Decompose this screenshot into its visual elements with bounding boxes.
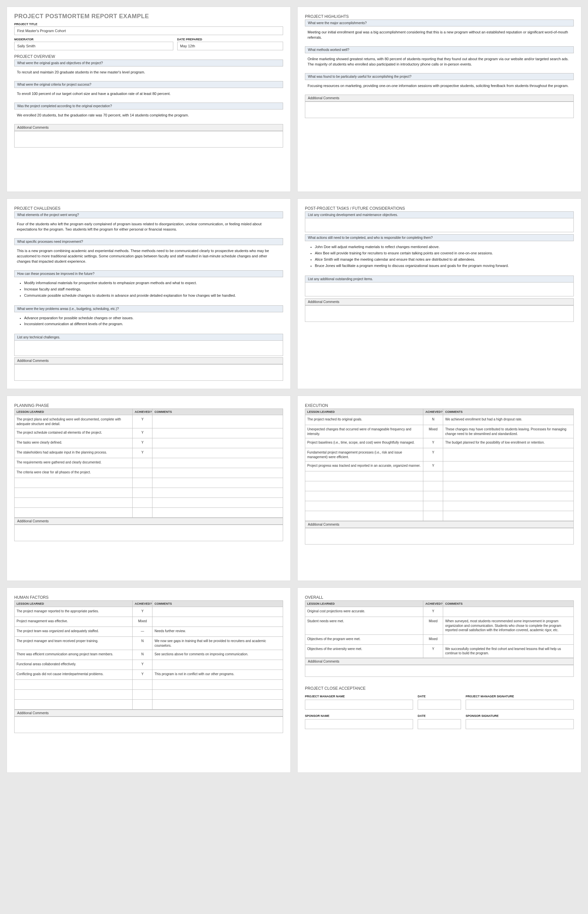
cell-blank[interactable] <box>423 481 443 491</box>
question-body[interactable]: Meeting our initial enrollment goal was … <box>305 26 574 45</box>
addcom-box-planning[interactable] <box>14 525 283 541</box>
cell-blank[interactable] <box>443 511 574 521</box>
question-body[interactable] <box>305 218 574 232</box>
signature-row: PROJECT MANAGER NAMEDATEPROJECT MANAGER … <box>305 695 574 710</box>
card-human: HUMAN FACTORS LESSON LEARNEDACHIEVED?COM… <box>6 587 291 773</box>
question-body[interactable]: To recruit and maintain 20 graduate stud… <box>14 66 283 80</box>
cell-blank[interactable] <box>443 501 574 511</box>
cell-blank[interactable] <box>152 680 283 690</box>
cell-blank[interactable] <box>152 690 283 700</box>
addcom-box-overall[interactable] <box>305 665 574 677</box>
question-body[interactable]: Advance preparation for possible schedul… <box>14 312 283 333</box>
cell-blank[interactable] <box>132 680 152 690</box>
lessons-table: LESSON LEARNEDACHIEVED?COMMENTSThe proje… <box>14 409 283 518</box>
cell-blank[interactable] <box>443 471 574 481</box>
cell-blank[interactable] <box>423 511 443 521</box>
question-body[interactable]: Four of the students who left the progra… <box>14 218 283 237</box>
cell-comments: The budget planned for the possibility o… <box>443 438 574 448</box>
table-row-blank <box>305 501 574 511</box>
signature-field[interactable] <box>466 719 574 729</box>
question-header: What were the key problems areas (i.e., … <box>14 305 283 312</box>
cell-blank[interactable] <box>15 700 132 710</box>
question-body[interactable]: Focusing resources on marketing, providi… <box>305 80 574 93</box>
question-body[interactable]: To enroll 100 percent of our target coho… <box>14 88 283 101</box>
list-item: Increase faculty and staff meetings. <box>24 287 280 292</box>
question-body[interactable]: We enrolled 20 students, but the graduat… <box>14 110 283 123</box>
cell-blank[interactable] <box>305 501 423 511</box>
cell-blank[interactable] <box>15 488 132 498</box>
table-row-blank <box>305 511 574 521</box>
question-header: Was the project completed according to t… <box>14 102 283 110</box>
cell-blank[interactable] <box>305 511 423 521</box>
cell-blank[interactable] <box>15 498 132 508</box>
cell-blank[interactable] <box>132 508 152 518</box>
cell-lesson: The project plans and scheduling were we… <box>15 415 132 429</box>
field-date-prepared[interactable]: May 12th <box>177 42 283 50</box>
question-body[interactable]: Modify informational materials for prosp… <box>14 277 283 304</box>
addcom-box-posttasks[interactable] <box>305 305 574 322</box>
signature-field[interactable] <box>466 700 574 710</box>
section-title-highlights: PROJECT HIGHLIGHTS <box>305 14 574 19</box>
cell-lesson: The project manager and team received pr… <box>15 637 132 650</box>
table-row: There was efficient communication among … <box>15 650 283 660</box>
table-row: Fundamental project management processes… <box>305 448 574 461</box>
card-posttasks: POST-PROJECT TASKS / FUTURE CONSIDERATIO… <box>297 199 582 389</box>
signature-label: SPONSOR NAME <box>305 714 413 718</box>
cell-blank[interactable] <box>423 471 443 481</box>
cell-blank[interactable] <box>132 488 152 498</box>
cell-achieved: Y <box>423 448 443 461</box>
question-body[interactable]: John Doe will adjust marketing materials… <box>305 241 574 274</box>
addcom-box-challenges[interactable] <box>14 364 283 381</box>
cell-blank[interactable] <box>152 488 283 498</box>
table-row: The criteria were clear for all phases o… <box>15 468 283 478</box>
question-body[interactable] <box>305 283 574 296</box>
table-row: Project progress was tracked and reporte… <box>305 461 574 471</box>
field-moderator[interactable]: Sally Smith <box>14 42 173 50</box>
cell-blank[interactable] <box>443 481 574 491</box>
cell-blank[interactable] <box>15 508 132 518</box>
cell-comments <box>152 660 283 670</box>
question-body[interactable] <box>14 341 283 356</box>
field-project-title[interactable]: First Master's Program Cohort <box>14 26 283 35</box>
cell-achieved: Mixed <box>132 617 152 627</box>
question-header: What specific processes need improvement… <box>14 238 283 245</box>
list-item: Modify informational materials for prosp… <box>24 280 280 286</box>
cell-blank[interactable] <box>15 680 132 690</box>
cell-blank[interactable] <box>443 491 574 501</box>
cell-blank[interactable] <box>305 491 423 501</box>
addcom-box-overview[interactable] <box>14 131 283 147</box>
signature-field[interactable] <box>418 700 461 710</box>
cell-blank[interactable] <box>132 498 152 508</box>
question-body[interactable]: This is a new program combining academic… <box>14 245 283 269</box>
signature-field[interactable] <box>305 719 413 729</box>
signature-field[interactable] <box>305 700 413 710</box>
cell-blank[interactable] <box>305 471 423 481</box>
cell-blank[interactable] <box>15 690 132 700</box>
signature-field[interactable] <box>418 719 461 729</box>
cell-blank[interactable] <box>152 478 283 488</box>
lessons-table: LESSON LEARNEDACHIEVED?COMMENTSThe proje… <box>305 409 574 521</box>
cell-blank[interactable] <box>152 498 283 508</box>
cell-blank[interactable] <box>152 508 283 518</box>
table-row: The project schedule contained all eleme… <box>15 429 283 438</box>
cell-blank[interactable] <box>423 501 443 511</box>
cell-comments <box>152 617 283 627</box>
cell-blank[interactable] <box>132 690 152 700</box>
lessons-table: LESSON LEARNEDACHIEVED?COMMENTSThe proje… <box>14 600 283 710</box>
addcom-box-human[interactable] <box>14 717 283 733</box>
cell-comments: These changes may have contributed to st… <box>443 425 574 438</box>
question-body[interactable]: Online marketing showed greatest returns… <box>305 53 574 72</box>
addcom-box-highlights[interactable] <box>305 102 574 118</box>
cell-comments: When surveyed, most students recommended… <box>443 617 574 635</box>
cell-blank[interactable] <box>15 478 132 488</box>
table-row: Project baselines (i.e., time, scope, an… <box>305 438 574 448</box>
card-execution: EXECUTION LESSON LEARNEDACHIEVED?COMMENT… <box>297 396 582 581</box>
cell-lesson: Conflicting goals did not cause interdep… <box>15 670 132 680</box>
cell-blank[interactable] <box>152 700 283 710</box>
table-header: ACHIEVED? <box>423 409 443 415</box>
cell-blank[interactable] <box>305 481 423 491</box>
cell-blank[interactable] <box>132 700 152 710</box>
cell-blank[interactable] <box>423 491 443 501</box>
cell-blank[interactable] <box>132 478 152 488</box>
addcom-box-execution[interactable] <box>305 528 574 545</box>
